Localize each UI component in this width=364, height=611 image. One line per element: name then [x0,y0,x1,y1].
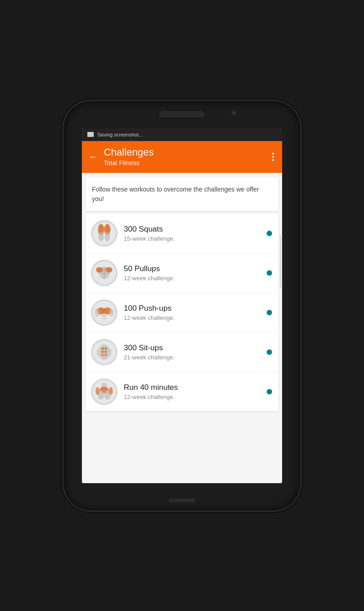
svg-rect-25 [105,347,107,349]
item-info-1: 50 Pullups 12-week challenge. [124,264,263,282]
app-bar: ← Challenges Total Fitness [82,141,282,173]
item-title-1: 50 Pullups [124,264,263,274]
exercise-icon-3 [91,339,117,365]
svg-rect-19 [104,318,106,319]
item-info-4: Run 40 minutes 12-week challenge. [124,383,263,400]
scrollbar[interactable] [280,235,281,288]
list-item[interactable]: 300 Sit-ups 21-week challenge. [86,333,278,372]
phone-device: Saving screenshot... ← Challenges Total … [64,101,300,510]
item-info-2: 100 Push-ups 12-week challenge. [124,303,263,321]
svg-rect-24 [101,347,104,349]
list-item[interactable]: 100 Push-ups 12-week challenge. [86,293,278,333]
list-item[interactable]: 50 Pullups 12-week challenge. [86,253,278,293]
app-bar-subtitle: Total Fitness [104,159,270,167]
content-area: Follow these workouts to overcome the ch… [82,173,282,483]
more-dot-2 [272,156,274,158]
svg-point-39 [96,387,100,394]
item-subtitle-3: 21-week challenge. [124,354,263,361]
svg-rect-27 [105,350,107,353]
list-item[interactable]: Run 40 minutes 12-week challenge. [86,372,278,411]
item-subtitle-0: 15-week challenge. [124,235,263,242]
exercise-icon-1 [91,260,117,286]
svg-point-40 [109,387,113,394]
phone-camera [231,110,237,116]
svg-point-0 [93,222,116,244]
svg-point-30 [97,348,101,356]
item-subtitle-1: 12-week challenge. [124,275,263,282]
phone-screen: Saving screenshot... ← Challenges Total … [82,128,282,483]
home-button[interactable] [168,499,196,502]
svg-rect-16 [102,315,104,317]
item-info-3: 300 Sit-ups 21-week challenge. [124,343,263,361]
item-status-dot-4 [267,389,272,394]
item-subtitle-2: 12-week challenge. [124,314,263,321]
more-menu-button[interactable] [270,151,276,163]
svg-rect-26 [101,350,104,353]
phone-speaker [159,111,205,117]
item-title-4: Run 40 minutes [124,383,263,393]
list-item[interactable]: 300 Squats 15-week challenge. [86,214,278,253]
item-status-dot-2 [267,310,272,315]
item-status-dot-3 [267,349,272,355]
item-title-0: 300 Squats [124,224,263,234]
svg-point-21 [109,308,113,316]
svg-rect-28 [101,353,104,356]
item-title-2: 100 Push-ups [124,303,263,313]
svg-rect-35 [101,387,103,389]
exercise-icon-2 [91,299,117,326]
status-bar-text: Saving screenshot... [97,132,143,137]
svg-rect-17 [104,315,106,317]
status-bar: Saving screenshot... [82,128,282,141]
app-bar-title: Challenges [104,146,270,158]
svg-point-20 [95,308,99,316]
challenges-list: 300 Squats 15-week challenge. 50 Pullups… [86,214,278,411]
app-bar-titles: Challenges Total Fitness [104,146,270,167]
back-button[interactable]: ← [88,151,98,163]
svg-point-31 [108,348,112,356]
item-status-dot-0 [267,231,272,236]
intro-text: Follow these workouts to overcome the ch… [92,185,272,204]
more-dot-3 [272,159,274,161]
exercise-icon-4 [91,379,117,405]
item-status-dot-1 [267,270,272,276]
exercise-icon-0 [91,220,117,247]
item-info-0: 300 Squats 15-week challenge. [124,224,263,242]
svg-rect-29 [105,353,107,356]
item-subtitle-4: 12-week challenge. [124,394,263,400]
more-dot-1 [272,153,274,155]
svg-rect-18 [102,318,104,319]
svg-rect-36 [105,387,107,389]
screenshot-icon [87,132,94,137]
intro-card: Follow these workouts to overcome the ch… [86,177,278,211]
item-title-3: 300 Sit-ups [124,343,263,353]
